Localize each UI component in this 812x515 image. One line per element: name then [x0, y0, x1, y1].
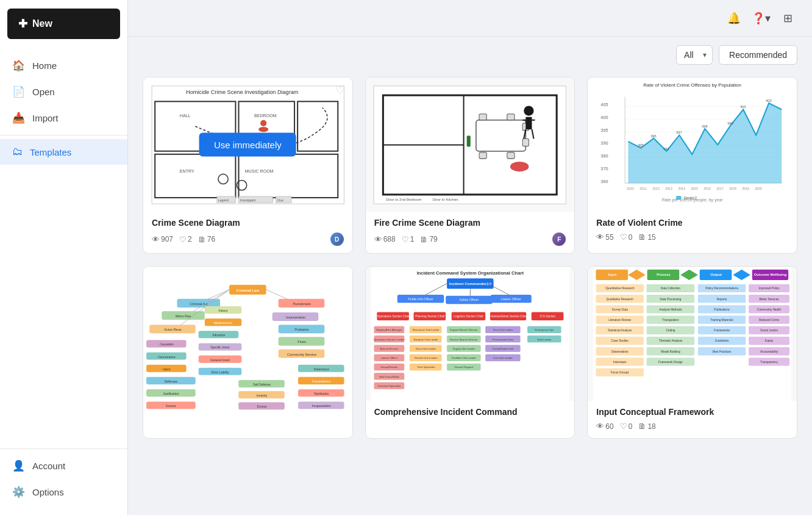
open-icon: 📄	[12, 85, 25, 98]
svg-text:Legend: Legend	[218, 198, 228, 202]
copy-icon-fire: 🗎	[420, 235, 428, 244]
grid-menu-button[interactable]: ⊞	[778, 9, 797, 28]
template-card-crime-scene[interactable]: Homicide Crime Scene Investigation Diagr…	[143, 77, 353, 254]
svg-text:Data Processing: Data Processing	[660, 298, 682, 301]
card-stats-crime-scene: 👁 907 ♡ 2 🗎 76	[152, 235, 215, 244]
svg-rect-27	[507, 113, 515, 120]
sidebar-item-templates[interactable]: 🗂 Templates	[0, 139, 127, 165]
svg-text:2019: 2019	[742, 187, 749, 190]
card-thumbnail-crime-scene: Homicide Crime Scene Investigation Diagr…	[143, 77, 352, 212]
sidebar-options-label: Options	[32, 487, 64, 497]
svg-text:Case Studies: Case Studies	[611, 339, 629, 342]
svg-text:Qualitative Research: Qualitative Research	[607, 298, 634, 301]
svg-text:Accountability: Accountability	[760, 350, 778, 353]
template-card-incident-command[interactable]: Incident Command System Organizational C…	[365, 266, 575, 439]
template-card-violent-crime[interactable]: Rate of Violent Crime Offenses by Popula…	[587, 77, 797, 254]
sidebar-nav: 🏠 Home 📄 Open 📥 Import 🗂 Templates	[0, 48, 127, 440]
like-icon: ♡	[179, 235, 187, 244]
svg-text:2014: 2014	[678, 187, 686, 190]
views-count-vc: 55	[605, 233, 613, 242]
chart-svg: 360 370 380 390 395 400 405	[593, 90, 792, 203]
svg-text:Cost Unit Leader: Cost Unit Leader	[493, 356, 513, 359]
copies-count-if: 18	[647, 422, 655, 431]
card-info-crime-scene: Crime Scene Diagram 👁 907 ♡ 2 🗎	[143, 212, 352, 253]
card-info-incident-command: Comprehensive Incident Command	[366, 401, 575, 429]
svg-text:Policy Recommendations: Policy Recommendations	[706, 287, 739, 290]
svg-text:Safety Officer: Safety Officer	[459, 298, 479, 301]
svg-text:402: 402	[740, 105, 746, 109]
likes-count-vc: 0	[629, 233, 633, 242]
svg-text:Emergency Ops: Emergency Ops	[535, 328, 554, 331]
svg-text:Defenses: Defenses	[165, 380, 178, 383]
sidebar-item-home[interactable]: 🏠 Home	[0, 52, 127, 79]
svg-text:Incident Command System Organi: Incident Command System Organizational C…	[416, 270, 524, 276]
import-icon: 📥	[12, 112, 25, 124]
svg-text:HALL: HALL	[179, 113, 190, 118]
like-icon-fire: ♡	[402, 235, 409, 244]
template-card-fire-crime[interactable]: Door to 2nd Bedroom Door to Kitchen Fire…	[365, 77, 575, 254]
likes-count-fire: 1	[410, 235, 415, 243]
svg-text:Equity: Equity	[765, 339, 774, 342]
template-card-concept-map[interactable]: Criminal Law Criminal Act Mens Rea Actus…	[143, 266, 353, 439]
svg-text:General Intent: General Intent	[210, 358, 230, 362]
svg-text:Model Building: Model Building	[661, 350, 681, 353]
svg-text:Strict Liability: Strict Liability	[211, 370, 229, 374]
sidebar-item-options[interactable]: ⚙️ Options	[0, 479, 127, 505]
views-count-fire: 688	[383, 235, 396, 243]
svg-text:2010: 2010	[627, 187, 635, 190]
svg-text:Analysis Methods: Analysis Methods	[660, 308, 683, 311]
grid-icon: ⊞	[783, 12, 792, 25]
svg-text:Coding: Coding	[666, 329, 675, 332]
filter-all-select[interactable]: All	[676, 45, 713, 65]
account-icon: 👤	[12, 459, 25, 472]
author-avatar-crime-scene: D	[330, 232, 344, 246]
sidebar-bottom: 👤 Account ⚙️ Options	[0, 440, 127, 515]
svg-text:Quantitative Research: Quantitative Research	[605, 287, 635, 290]
main-content: 🔔 ❓▾ ⊞ All Recommended Homicide	[128, 0, 812, 515]
notification-button[interactable]: 🔔	[724, 9, 744, 28]
templates-icon: 🗂	[12, 146, 23, 158]
help-button[interactable]: ❓▾	[751, 9, 771, 28]
svg-text:Concurrence: Concurrence	[158, 355, 176, 359]
svg-text:ENTRY: ENTRY	[179, 169, 194, 174]
svg-text:Reduced Crime: Reduced Crime	[759, 319, 779, 322]
card-info-concept-map: Concept Map for Criminal Law	[143, 438, 352, 439]
svg-text:Incarceration: Incarceration	[286, 315, 305, 319]
sidebar-item-open-label: Open	[32, 87, 55, 97]
sidebar-item-account[interactable]: 👤 Account	[0, 453, 127, 479]
svg-rect-30	[479, 152, 486, 158]
svg-text:Retribution: Retribution	[314, 392, 329, 395]
options-icon: ⚙️	[12, 486, 25, 499]
svg-text:2020: 2020	[755, 187, 762, 190]
filter-all-wrap: All	[676, 45, 713, 65]
template-card-input-framework[interactable]: Input Process Output Outcome Wellbeing Q…	[587, 266, 797, 439]
svg-rect-31	[507, 152, 515, 158]
svg-rect-29	[522, 139, 529, 146]
likes-stat: ♡ 2	[179, 235, 192, 244]
svg-text:Demob Unit Leader: Demob Unit Leader	[415, 356, 438, 359]
sidebar-item-open[interactable]: 📄 Open	[0, 79, 127, 105]
copies-stat-fire: 🗎 79	[420, 235, 437, 244]
svg-text:400: 400	[601, 115, 608, 120]
svg-point-32	[524, 106, 533, 115]
svg-text:Resources Unit Leader: Resources Unit Leader	[412, 328, 440, 331]
svg-text:Homicide Crime Scene Investiga: Homicide Crime Scene Investigation Diagr…	[186, 89, 299, 95]
chart-axis-label: Rate per 100,00 people, by year	[593, 198, 792, 202]
svg-text:Supply Unit Leader: Supply Unit Leader	[452, 347, 475, 350]
card-thumbnail-input-framework: Input Process Output Outcome Wellbeing Q…	[588, 267, 797, 401]
svg-text:Operations Section Leader: Operations Section Leader	[373, 338, 405, 341]
svg-text:Deterrence: Deterrence	[314, 367, 329, 371]
sidebar-item-import[interactable]: 📥 Import	[0, 105, 127, 131]
use-immediately-button[interactable]: Use immediately	[199, 133, 296, 157]
filter-recommended-button[interactable]: Recommended	[719, 45, 797, 65]
copy-icon-vc: 🗎	[638, 232, 646, 242]
svg-text:Input: Input	[608, 273, 617, 276]
svg-text:Facilities Unit Leader: Facilities Unit Leader	[451, 356, 476, 359]
new-button[interactable]: ✚ New	[7, 9, 120, 39]
svg-text:Logistics Section Chief: Logistics Section Chief	[454, 315, 483, 318]
svg-text:Tech Specialist: Tech Specialist	[417, 366, 435, 369]
like-icon-vc: ♡	[620, 232, 627, 242]
heart-icon[interactable]: ♡	[335, 84, 345, 97]
svg-text:Actus Reus: Actus Reus	[164, 328, 182, 331]
views-stat-vc: 👁 55	[596, 232, 613, 242]
